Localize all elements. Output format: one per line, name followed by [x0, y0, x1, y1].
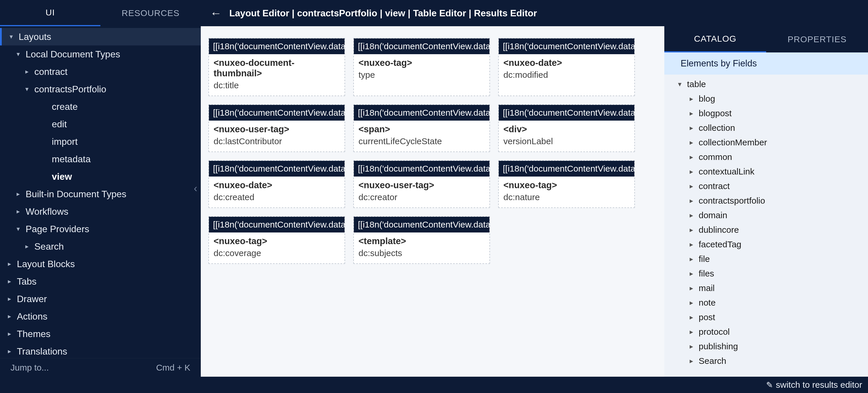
- catalog-item-facetedtag[interactable]: ▸facetedTag: [664, 237, 868, 252]
- sidebar-tab-ui[interactable]: UI: [0, 0, 100, 26]
- card-header: [[i18n('documentContentView.datatal: [499, 161, 634, 176]
- app-root: UI RESOURCES ▾Layouts▾Local Document Typ…: [0, 0, 868, 377]
- tree-item-drawer[interactable]: ▸Drawer: [0, 290, 201, 308]
- inspector-tab-properties[interactable]: PROPERTIES: [766, 26, 868, 52]
- sidebar-footer[interactable]: Jump to... Cmd + K: [0, 358, 201, 377]
- tree-item-local-document-types[interactable]: ▾Local Document Types: [0, 46, 201, 63]
- card-element-tag: <nuxeo-user-tag>: [359, 180, 485, 191]
- tree-item-label: Drawer: [17, 294, 47, 304]
- tree-item-label: create: [52, 102, 78, 112]
- caret-icon: ▸: [688, 168, 695, 176]
- catalog-item-contract[interactable]: ▸contract: [664, 179, 868, 193]
- layout-card[interactable]: [[i18n('documentContentView.datatal<nuxe…: [208, 104, 345, 152]
- card-property: dc:title: [214, 80, 340, 90]
- tree-item-translations[interactable]: ▸Translations: [0, 343, 201, 358]
- card-element-tag: <template>: [359, 236, 485, 247]
- catalog-item-common[interactable]: ▸common: [664, 150, 868, 164]
- catalog-item-contextuallink[interactable]: ▸contextualLink: [664, 164, 868, 179]
- back-arrow-icon[interactable]: ←: [208, 5, 224, 21]
- tree-item-built-in-document-types[interactable]: ▸Built-in Document Types: [0, 185, 201, 203]
- tree-item-edit[interactable]: edit: [0, 115, 201, 133]
- caret-icon: ▾: [14, 225, 22, 233]
- catalog-item-files[interactable]: ▸files: [664, 266, 868, 281]
- card-property: versionLabel: [503, 136, 630, 146]
- card-body: <template>dc:subjects: [354, 232, 490, 263]
- layout-canvas: [[i18n('documentContentView.datatal<nuxe…: [201, 26, 664, 377]
- main-body: [[i18n('documentContentView.datatal<nuxe…: [201, 26, 868, 377]
- tree-item-search[interactable]: ▸Search: [0, 238, 201, 255]
- tree-item-workflows[interactable]: ▸Workflows: [0, 203, 201, 220]
- tree-item-label: edit: [52, 119, 67, 130]
- caret-icon: ▸: [688, 211, 695, 219]
- catalog-item-blogpost[interactable]: ▸blogpost: [664, 106, 868, 121]
- inspector-tab-catalog[interactable]: CATALOG: [664, 26, 766, 52]
- catalog-item-post[interactable]: ▸post: [664, 310, 868, 325]
- layout-card[interactable]: [[i18n('documentContentView.datatal<span…: [353, 104, 490, 152]
- tree-item-layout-blocks[interactable]: ▸Layout Blocks: [0, 255, 201, 273]
- jump-to-label: Jump to...: [10, 363, 49, 373]
- layout-card[interactable]: [[i18n('documentContentView.datatal<nuxe…: [498, 38, 635, 96]
- sidebar-tab-resources[interactable]: RESOURCES: [100, 0, 201, 26]
- catalog-item-file[interactable]: ▸file: [664, 252, 868, 266]
- layout-card[interactable]: [[i18n('documentContentView.datatal<nuxe…: [353, 38, 490, 96]
- layout-card[interactable]: [[i18n('documentContentView.datatal<nuxe…: [498, 160, 635, 208]
- layout-card[interactable]: [[i18n('documentContentView.datatal<nuxe…: [353, 160, 490, 208]
- caret-icon: ▸: [14, 208, 22, 215]
- tree-item-page-providers[interactable]: ▾Page Providers: [0, 220, 201, 238]
- card-header: [[i18n('documentContentView.datatal: [354, 217, 490, 232]
- tree-item-contract[interactable]: ▸contract: [0, 63, 201, 80]
- tree-item-layouts[interactable]: ▾Layouts: [0, 28, 201, 46]
- tree-item-actions[interactable]: ▸Actions: [0, 308, 201, 325]
- sidebar-tree: ▾Layouts▾Local Document Types▸contract▾c…: [0, 26, 201, 358]
- tree-item-label: Translations: [17, 346, 67, 357]
- card-property: dc:subjects: [359, 248, 485, 258]
- catalog-item-publishing[interactable]: ▸publishing: [664, 339, 868, 354]
- catalog-item-table[interactable]: ▾table: [664, 77, 868, 91]
- tree-item-create[interactable]: create: [0, 98, 201, 115]
- card-property: dc:lastContributor: [214, 136, 340, 146]
- catalog-item-dublincore[interactable]: ▸dublincore: [664, 223, 868, 237]
- card-body: <nuxeo-date>dc:modified: [499, 54, 634, 85]
- tree-item-metadata[interactable]: metadata: [0, 150, 201, 168]
- tree-item-themes[interactable]: ▸Themes: [0, 325, 201, 343]
- card-body: <nuxeo-document-thumbnail>dc:title: [209, 54, 344, 95]
- catalog-item-label: Search: [699, 356, 726, 366]
- caret-icon: ▸: [688, 138, 695, 146]
- card-element-tag: <div>: [503, 124, 630, 135]
- card-header: [[i18n('documentContentView.datatal: [354, 105, 490, 121]
- catalog-item-label: files: [699, 269, 714, 279]
- layout-card[interactable]: [[i18n('documentContentView.datatal<nuxe…: [208, 38, 345, 96]
- layout-card[interactable]: [[i18n('documentContentView.datatal<temp…: [353, 216, 490, 264]
- card-header: [[i18n('documentContentView.datatal: [499, 38, 634, 54]
- layout-card[interactable]: [[i18n('documentContentView.datatal<nuxe…: [208, 216, 345, 264]
- catalog-item-note[interactable]: ▸note: [664, 296, 868, 310]
- sidebar: UI RESOURCES ▾Layouts▾Local Document Typ…: [0, 0, 201, 377]
- catalog-item-label: blog: [699, 94, 715, 104]
- catalog-item-collection[interactable]: ▸collection: [664, 121, 868, 135]
- sidebar-collapse-icon[interactable]: ‹: [194, 183, 197, 195]
- layout-card[interactable]: [[i18n('documentContentView.datatal<nuxe…: [208, 160, 345, 208]
- catalog-item-contractsportfolio[interactable]: ▸contractsportfolio: [664, 193, 868, 208]
- catalog-item-domain[interactable]: ▸domain: [664, 208, 868, 223]
- tree-item-view[interactable]: view: [0, 168, 201, 185]
- catalog-item-blog[interactable]: ▸blog: [664, 91, 868, 106]
- tree-item-import[interactable]: import: [0, 133, 201, 150]
- inspector-subheader: Elements by Fields: [664, 52, 868, 75]
- tree-item-label: Built-in Document Types: [26, 189, 126, 200]
- catalog-item-protocol[interactable]: ▸protocol: [664, 325, 868, 339]
- catalog-item-collectionmember[interactable]: ▸collectionMember: [664, 135, 868, 150]
- switch-editor-link[interactable]: switch to results editor: [776, 380, 862, 390]
- catalog-item-search[interactable]: ▸Search: [664, 354, 868, 368]
- catalog-item-mail[interactable]: ▸mail: [664, 281, 868, 296]
- layout-card[interactable]: [[i18n('documentContentView.datatal<div>…: [498, 104, 635, 152]
- catalog-item-label: publishing: [699, 341, 738, 352]
- catalog-item-label: contract: [699, 181, 730, 191]
- card-body: <nuxeo-tag>dc:coverage: [209, 232, 344, 263]
- pencil-icon[interactable]: ✎: [766, 380, 773, 390]
- caret-icon: ▸: [688, 109, 695, 117]
- card-element-tag: <nuxeo-date>: [503, 58, 630, 68]
- card-header: [[i18n('documentContentView.datatal: [209, 161, 344, 176]
- tree-item-contractsportfolio[interactable]: ▾contractsPortfolio: [0, 80, 201, 98]
- caret-icon: ▸: [6, 278, 13, 285]
- tree-item-tabs[interactable]: ▸Tabs: [0, 273, 201, 290]
